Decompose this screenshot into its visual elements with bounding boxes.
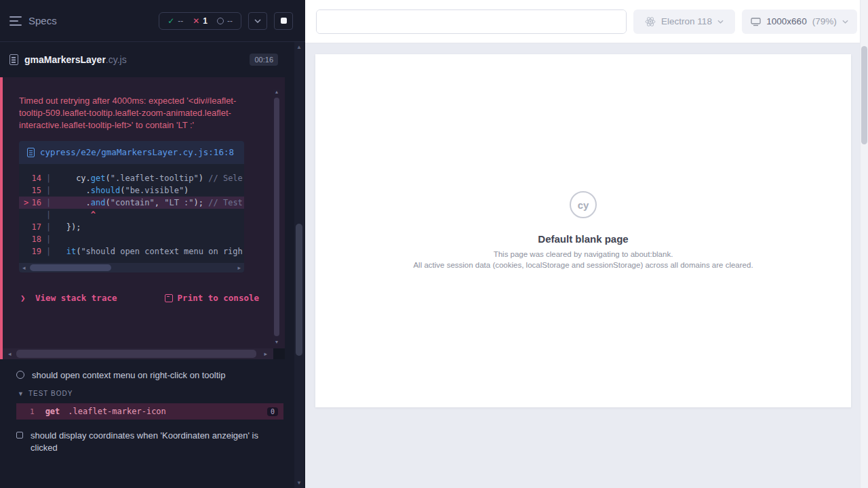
- code-line: 15| .should("be.visible"): [19, 184, 244, 197]
- specs-list-icon[interactable]: [9, 16, 22, 26]
- scroll-down-icon[interactable]: ▼: [273, 340, 280, 344]
- view-stack-trace-button[interactable]: ❯ View stack trace: [20, 293, 117, 303]
- spec-name: gmaMarkersLayer.cy.js: [24, 54, 127, 65]
- test-title: should open context menu on right-click …: [32, 369, 225, 382]
- command-row[interactable]: 1 get .leaflet-marker-icon 0: [16, 403, 283, 420]
- error-file-path: cypress/e2e/gmaMarkersLayer.cy.js:16:8: [40, 146, 234, 159]
- stop-icon: [281, 18, 287, 24]
- viewport-size: 1000x660: [766, 16, 806, 26]
- pending-count: --: [227, 16, 233, 26]
- reporter-scrollbar-thumb[interactable]: [296, 224, 302, 356]
- test-item[interactable]: should display coordinates when 'Koordin…: [0, 420, 305, 457]
- error-actions: ❯ View stack trace Print to console: [20, 293, 259, 303]
- app-under-test-frame: cy Default blank page This page was clea…: [315, 54, 851, 407]
- scroll-down-icon[interactable]: ▼: [294, 480, 304, 486]
- blank-page-line: This page was cleared by navigating to a…: [315, 250, 851, 258]
- test-running-icon: [16, 371, 24, 379]
- reporter-scrollbar[interactable]: ▲ ▼: [294, 42, 304, 488]
- test-body-toggle[interactable]: ▼ TEST BODY: [0, 384, 305, 401]
- viewport-selector[interactable]: 1000x660 (79%): [742, 9, 857, 34]
- print-to-console-label: Print to console: [178, 293, 259, 303]
- command-count-badge: 0: [267, 407, 278, 416]
- chevron-down-icon: ▼: [18, 390, 24, 397]
- scroll-right-icon[interactable]: ▸: [264, 348, 267, 359]
- fail-icon: ✕: [193, 16, 199, 26]
- electron-icon: [645, 16, 656, 27]
- codeframe-hscrollbar[interactable]: ◂ ▸: [19, 263, 244, 272]
- code-snippet: 14| cy.get(".leaflet-tooltip") // Sele15…: [19, 164, 244, 263]
- print-to-console-button[interactable]: Print to console: [165, 293, 259, 303]
- scrollbar-corner: [273, 348, 285, 359]
- code-line: 18|: [19, 233, 244, 245]
- stop-button[interactable]: [274, 12, 293, 30]
- code-frame: cypress/e2e/gmaMarkersLayer.cy.js:16:8 1…: [19, 141, 244, 272]
- viewport-icon: [751, 17, 761, 26]
- pending-icon: [217, 18, 224, 24]
- stage: cy Default blank page This page was clea…: [305, 43, 868, 488]
- blank-page-line: All active session data (cookies, localS…: [315, 261, 851, 269]
- passed-count: --: [178, 16, 183, 26]
- collapse-all-button[interactable]: [248, 12, 267, 30]
- chevron-down-icon: [717, 20, 724, 24]
- chevron-down-icon: [842, 20, 848, 24]
- page-scrollbar-thumb[interactable]: [861, 46, 867, 144]
- run-stats: ✓ -- ✕ 1 --: [159, 12, 241, 30]
- stat-pending: --: [217, 16, 233, 26]
- cypress-logo: cy: [570, 191, 597, 218]
- error-vscrollbar[interactable]: ▲ ▼: [273, 89, 280, 344]
- code-file-icon: [27, 148, 35, 157]
- error-panel: Timed out retrying after 4000ms: expecte…: [0, 77, 285, 359]
- url-bar: [316, 9, 627, 34]
- aut-toolbar: Electron 118 1000x660 (79%): [305, 0, 868, 43]
- default-blank-page: cy Default blank page This page was clea…: [315, 191, 851, 269]
- command-method: get: [45, 407, 60, 416]
- code-line: | ^: [19, 209, 244, 221]
- reporter-panel: Specs ✓ -- ✕ 1 --: [0, 0, 305, 488]
- test-title: should display coordinates when 'Koordin…: [31, 430, 272, 454]
- error-file-link[interactable]: cypress/e2e/gmaMarkersLayer.cy.js:16:8: [19, 141, 244, 164]
- spec-name-ext: .cy.js: [106, 54, 127, 65]
- command-message: .leaflet-marker-icon: [68, 407, 166, 416]
- command-number: 1: [30, 407, 35, 416]
- error-message: Timed out retrying after 4000ms: expecte…: [19, 95, 258, 131]
- scroll-right-icon[interactable]: ▸: [237, 263, 241, 272]
- spec-name-base: gmaMarkersLayer: [24, 54, 106, 65]
- view-stack-trace-label: View stack trace: [35, 293, 117, 303]
- code-line: 14| cy.get(".leaflet-tooltip") // Sele: [19, 172, 244, 184]
- code-line: 17| });: [19, 221, 244, 233]
- stat-failed: ✕ 1: [193, 16, 208, 26]
- spec-file-icon: [9, 54, 18, 65]
- error-hscrollbar-thumb[interactable]: [16, 350, 256, 358]
- browser-label: Electron 118: [661, 16, 712, 26]
- test-body-label: TEST BODY: [28, 390, 73, 397]
- blank-page-title: Default blank page: [315, 233, 851, 245]
- browser-selector[interactable]: Electron 118: [633, 9, 735, 34]
- check-icon: ✓: [167, 16, 174, 26]
- code-line: >16| .and("contain", "LT :"); // Test: [19, 197, 244, 209]
- stat-passed: ✓ --: [167, 16, 183, 26]
- scroll-left-icon[interactable]: ◂: [8, 348, 12, 359]
- spec-header[interactable]: gmaMarkersLayer.cy.js 00:16: [0, 42, 305, 77]
- scroll-left-icon[interactable]: ◂: [22, 263, 26, 272]
- test-item[interactable]: should open context menu on right-click …: [0, 359, 305, 384]
- failed-count: 1: [203, 16, 208, 26]
- console-icon: [165, 294, 173, 302]
- reporter-header: Specs ✓ -- ✕ 1 --: [0, 0, 305, 42]
- chevron-down-icon: [254, 19, 261, 23]
- viewport-scale: (79%): [812, 16, 837, 26]
- scroll-up-icon[interactable]: ▲: [273, 89, 280, 94]
- error-hscrollbar[interactable]: ◂ ▸: [3, 348, 285, 359]
- specs-title: Specs: [28, 15, 57, 26]
- aut-panel: Electron 118 1000x660 (79%): [305, 0, 868, 488]
- cypress-runner: Specs ✓ -- ✕ 1 --: [0, 0, 868, 488]
- spec-duration-badge: 00:16: [250, 54, 278, 66]
- codeframe-hscrollbar-thumb[interactable]: [30, 264, 111, 271]
- test-pending-icon: [16, 432, 23, 439]
- code-line: 19| it("should open context menu on righ: [19, 245, 244, 258]
- scroll-up-icon[interactable]: ▲: [294, 44, 304, 50]
- error-line-marker: >: [24, 197, 28, 209]
- url-input[interactable]: [317, 10, 626, 33]
- page-scrollbar[interactable]: [860, 0, 868, 488]
- error-vscrollbar-thumb[interactable]: [274, 98, 279, 336]
